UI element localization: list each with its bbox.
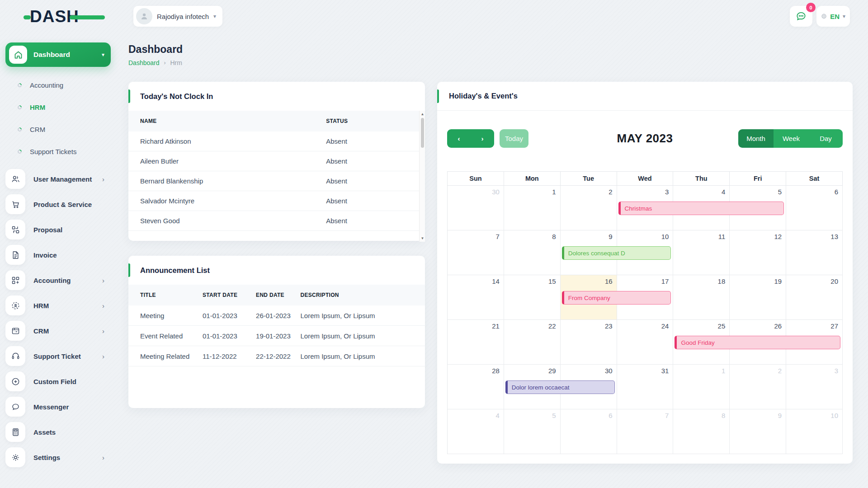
scroll-down-arrow-icon[interactable]: ▼ — [420, 236, 425, 240]
bullet-icon — [17, 104, 23, 110]
calendar: ‹ › Today MAY 2023 Month Week Day Sun Mo… — [437, 129, 853, 462]
sidebar-item-settings[interactable]: Settings › — [5, 445, 111, 470]
calendar-day-cell[interactable]: 14 — [448, 275, 504, 320]
users-icon — [5, 169, 25, 189]
sidebar-item-user-management[interactable]: User Management › — [5, 166, 111, 192]
language-selector[interactable]: EN ▾ — [816, 6, 850, 27]
table-row: Richard Atkinson Absent — [128, 131, 419, 151]
calendar-day-headers: Sun Mon Tue Wed Thu Fri Sat — [448, 172, 843, 186]
announcement-table-header: TITLE START DATE END DATE DESCRIPTION — [128, 285, 425, 305]
calendar-day-cell[interactable]: 7 — [617, 409, 674, 454]
calendar-card-header: Holiday's & Event's — [437, 82, 853, 111]
calendar-day-cell[interactable]: 4 — [448, 409, 504, 454]
calendar-day-cell[interactable]: 6 — [561, 409, 617, 454]
sidebar-item-crm[interactable]: CRM › — [5, 318, 111, 343]
calendar-week-row: 28 29 30 31 1 2 3 Dolor lorem occaecat — [448, 365, 843, 409]
calendar-event-dolores[interactable]: Dolores consequat D — [562, 246, 671, 260]
table-row: Meeting 01-01-2023 26-01-2023 Lorem Ipsu… — [128, 305, 425, 326]
messages-badge: 0 — [806, 3, 816, 12]
calendar-day-cell[interactable]: 18 — [673, 275, 730, 320]
calendar-day-cell[interactable]: 20 — [786, 275, 843, 320]
calendar-week-row: 21 22 23 24 25 26 27 Good Friday — [448, 320, 843, 365]
scrollbar-thumb[interactable] — [421, 118, 424, 148]
sidebar-item-support-ticket[interactable]: Support Ticket › — [5, 343, 111, 369]
document-icon — [5, 245, 25, 265]
calendar-day-cell[interactable]: 2 — [730, 365, 786, 409]
calendar-day-cell[interactable]: 31 — [617, 365, 674, 409]
calendar-event-good-friday[interactable]: Good Friday — [675, 336, 840, 349]
sidebar-item-accounting[interactable]: Accounting › — [5, 267, 111, 293]
calendar-day-cell[interactable]: 22 — [504, 320, 561, 365]
scroll-up-arrow-icon[interactable]: ▲ — [420, 112, 425, 116]
vertical-scrollbar[interactable]: ▲ ▼ — [419, 111, 425, 242]
sidebar-item-dashboard[interactable]: Dashboard ▾ — [5, 42, 111, 67]
sidebar-subitem-support-tickets[interactable]: Support Tickets — [5, 141, 111, 163]
sidebar-item-messenger[interactable]: Messenger — [5, 394, 111, 419]
announcement-table: TITLE START DATE END DATE DESCRIPTION Me… — [128, 285, 425, 366]
sidebar-item-product-service[interactable]: Product & Service — [5, 192, 111, 217]
calendar-week-row: 4 5 6 7 8 9 10 — [448, 409, 843, 454]
calendar-day-cell[interactable]: 12 — [730, 230, 786, 275]
calendar-day-cell[interactable]: 24 — [617, 320, 674, 365]
calendar-day-cell[interactable]: 15 — [504, 275, 561, 320]
calendar-day-cell[interactable]: 3 — [786, 365, 843, 409]
day-view-button[interactable]: Day — [809, 129, 843, 148]
sidebar-item-custom-field[interactable]: Custom Field — [5, 369, 111, 394]
calendar-week-row: 30 1 2 3 4 5 6 Christmas — [448, 186, 843, 230]
calendar-day-cell[interactable]: 10 — [786, 409, 843, 454]
browser-card-icon — [5, 321, 25, 341]
calendar-card-title: Holiday's & Event's — [449, 92, 518, 100]
sidebar-item-proposal[interactable]: Proposal — [5, 217, 111, 242]
calendar-day-cell[interactable]: 8 — [504, 230, 561, 275]
calendar-day-cell[interactable]: 2 — [561, 186, 617, 230]
calendar-day-cell[interactable]: 8 — [673, 409, 730, 454]
calendar-day-cell[interactable]: 7 — [448, 230, 504, 275]
sidebar-subitem-crm[interactable]: CRM — [5, 118, 111, 141]
calendar-day-cell[interactable]: 1 — [504, 186, 561, 230]
calendar-day-cell[interactable]: 13 — [786, 230, 843, 275]
sidebar-subitem-hrm[interactable]: HRM — [5, 96, 111, 118]
calendar-event-christmas[interactable]: Christmas — [618, 202, 784, 215]
calendar-day-cell[interactable]: 11 — [673, 230, 730, 275]
logo-accent-bar — [70, 15, 105, 19]
chevron-down-icon: ▾ — [213, 13, 216, 19]
calendar-day-cell[interactable]: 1 — [673, 365, 730, 409]
company-selector[interactable]: Rajodiya infotech ▾ — [133, 6, 222, 27]
calendar-week-row: 14 15 16 17 18 19 20 From Company — [448, 275, 843, 320]
calendar-day-cell[interactable]: 28 — [448, 365, 504, 409]
chat-bubble-icon — [795, 10, 807, 22]
calendar-day-cell[interactable]: 30 — [448, 186, 504, 230]
chat-bubble-icon — [5, 397, 25, 417]
calendar-day-cell[interactable]: 19 — [730, 275, 786, 320]
chevron-right-icon: › — [164, 60, 166, 66]
chevron-right-icon: › — [102, 277, 104, 284]
calendar-event-from-company[interactable]: From Company — [562, 291, 671, 305]
week-view-button[interactable]: Week — [774, 129, 809, 148]
calendar-day-cell[interactable]: 6 — [786, 186, 843, 230]
sidebar-subitem-accounting[interactable]: Accounting — [5, 74, 111, 96]
gear-icon — [5, 447, 25, 467]
calendar-day-cell[interactable]: 5 — [504, 409, 561, 454]
month-view-button[interactable]: Month — [738, 129, 774, 148]
calendar-event-dolor-lorem[interactable]: Dolor lorem occaecat — [505, 380, 615, 394]
calendar-day-cell[interactable]: 9 — [730, 409, 786, 454]
table-row: Aileen Butler Absent — [128, 151, 419, 171]
calendar-day-cell[interactable]: 23 — [561, 320, 617, 365]
messages-button[interactable]: 0 — [790, 6, 812, 27]
app-logo[interactable]: DASH — [30, 7, 102, 26]
bullet-icon — [17, 82, 23, 88]
clockin-card-title: Today's Not Clock In — [140, 92, 213, 101]
table-row: Event Related 01-01-2023 19-01-2023 Lore… — [128, 326, 425, 346]
calendar-view-group: Month Week Day — [738, 129, 843, 148]
breadcrumb-current: Hrm — [170, 59, 182, 66]
calendar-day-cell[interactable]: 21 — [448, 320, 504, 365]
user-icon — [140, 12, 149, 21]
sidebar-item-invoice[interactable]: Invoice — [5, 242, 111, 267]
announcement-card: Announcement List TITLE START DATE END D… — [128, 256, 425, 408]
sidebar-item-hrm[interactable]: HRM › — [5, 293, 111, 318]
chevron-right-icon: › — [102, 302, 104, 310]
chevron-down-icon: ▾ — [843, 13, 845, 19]
sidebar-item-assets[interactable]: Assets — [5, 419, 111, 445]
logo-accent-dash — [24, 15, 31, 19]
breadcrumb-dashboard-link[interactable]: Dashboard — [128, 59, 160, 66]
